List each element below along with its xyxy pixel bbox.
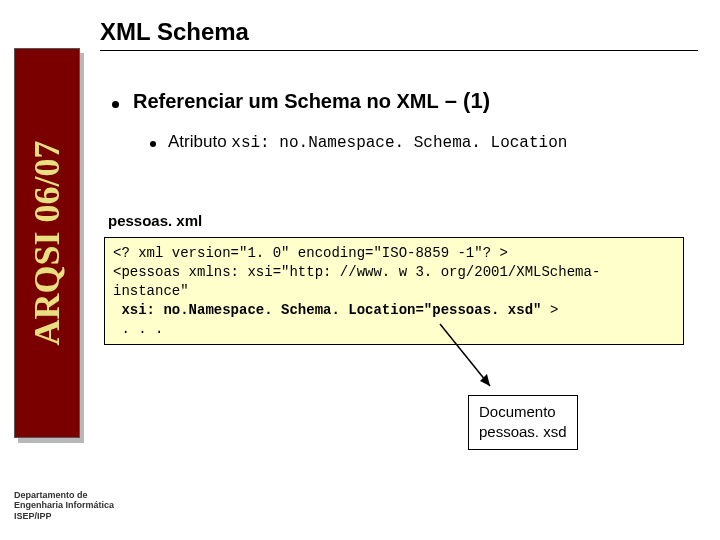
sidebar-label: ARQSI 06/07	[26, 140, 68, 345]
bullet-dot	[112, 101, 119, 108]
code-line: >	[541, 302, 558, 318]
bullet-dot	[150, 141, 156, 147]
code-box: <? xml version="1. 0" encoding="ISO-8859…	[104, 237, 684, 345]
bullet1-text: Referenciar um Schema no XML – (1)	[133, 88, 490, 114]
svg-line-0	[440, 324, 490, 386]
bullet2-text: Atributo xsi: no.Namespace. Schema. Loca…	[168, 132, 567, 152]
bullet1-main: Referenciar um Schema no XML	[133, 90, 439, 112]
footer: Departamento de Engenharia Informática I…	[14, 490, 114, 522]
content-area: Referenciar um Schema no XML – (1) Atrib…	[100, 70, 698, 345]
code-line: . . .	[113, 321, 163, 337]
bullet1-tail: – (1)	[439, 88, 490, 113]
code-line-bold: xsi: no.Namespace. Schema. Location="pes…	[113, 302, 541, 318]
document-callout: Documento pessoas. xsd	[468, 395, 578, 450]
code-line: <pessoas xmlns: xsi="http: //www. w 3. o…	[113, 264, 600, 299]
footer-line: ISEP/IPP	[14, 511, 114, 522]
docbox-line: pessoas. xsd	[479, 422, 567, 442]
docbox-line: Documento	[479, 402, 567, 422]
bullet2-code: xsi: no.Namespace. Schema. Location	[231, 134, 567, 152]
footer-line: Engenharia Informática	[14, 500, 114, 511]
title-rule	[100, 50, 698, 51]
code-line: <? xml version="1. 0" encoding="ISO-8859…	[113, 245, 508, 261]
sidebar: ARQSI 06/07	[14, 48, 80, 438]
bullet-level2: Atributo xsi: no.Namespace. Schema. Loca…	[150, 132, 698, 152]
arrow-icon	[430, 324, 500, 394]
footer-line: Departamento de	[14, 490, 114, 501]
bullet2-prefix: Atributo	[168, 132, 231, 151]
bullet-level1: Referenciar um Schema no XML – (1)	[112, 88, 698, 114]
file-name-label: pessoas. xml	[108, 212, 698, 229]
page-title: XML Schema	[100, 18, 249, 46]
